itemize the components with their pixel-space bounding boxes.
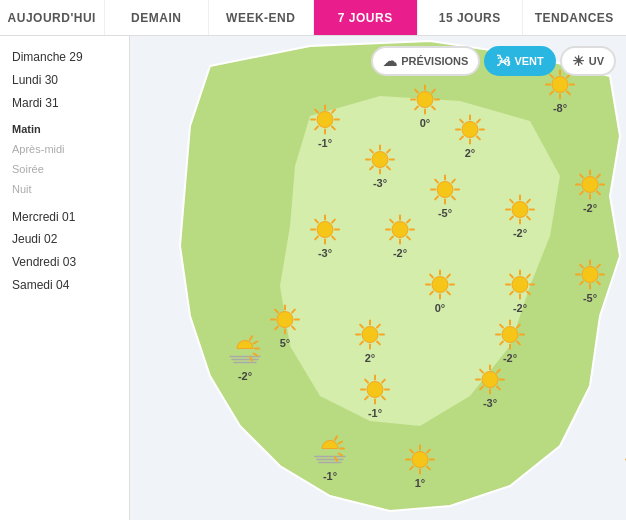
sun-icon: [504, 269, 536, 301]
day-item[interactable]: Vendredi 03: [12, 251, 117, 274]
temperature-label: -2°: [513, 302, 527, 314]
nav-item-aujourd-hui[interactable]: AUJOURD'HUI: [0, 0, 105, 35]
nav-item-week-end[interactable]: WEEK-END: [209, 0, 314, 35]
sun-icon: [474, 364, 506, 396]
weather-marker: -1°: [309, 104, 341, 149]
svg-line-21: [550, 92, 553, 95]
svg-point-195: [412, 452, 428, 468]
sun-icon: [494, 319, 526, 351]
svg-line-52: [477, 120, 480, 123]
sun-icon: [384, 214, 416, 246]
weather-marker: -3°: [474, 364, 506, 409]
svg-point-17: [417, 92, 433, 108]
svg-point-44: [372, 152, 388, 168]
weather-marker: -2°: [574, 169, 606, 214]
sub-item[interactable]: Après-midi: [12, 140, 117, 160]
nav-item-tendances[interactable]: TENDANCES: [523, 0, 627, 35]
day-item[interactable]: Jeudi 02: [12, 228, 117, 251]
svg-line-93: [580, 192, 583, 195]
day-item[interactable]: Samedi 04: [12, 274, 117, 297]
svg-line-95: [580, 175, 583, 178]
svg-line-183: [339, 442, 342, 444]
svg-line-106: [292, 310, 295, 313]
sub-item[interactable]: Soirée: [12, 160, 117, 180]
svg-line-41: [370, 150, 373, 153]
top-navigation: AUJOURD'HUIDEMAINWEEK-END7 JOURS15 JOURS…: [0, 0, 626, 36]
day-item[interactable]: Mardi 31: [12, 92, 117, 115]
partial-sun-icon: [226, 331, 264, 369]
svg-line-88: [527, 200, 530, 203]
sun-icon: [409, 84, 441, 116]
svg-line-12: [415, 107, 418, 110]
svg-line-39: [370, 167, 373, 170]
svg-point-98: [582, 177, 598, 193]
weather-marker: -2°: [384, 214, 416, 259]
svg-line-59: [435, 180, 438, 183]
vent-button[interactable]: 🌬 VENT: [484, 46, 555, 76]
svg-line-168: [382, 380, 385, 383]
svg-line-194: [427, 450, 430, 453]
weather-marker: -2°: [226, 331, 264, 382]
svg-point-125: [512, 277, 528, 293]
svg-line-111: [430, 292, 433, 295]
svg-line-19: [567, 92, 570, 95]
svg-line-97: [597, 175, 600, 178]
svg-line-138: [360, 342, 363, 345]
weather-marker: -2°: [504, 269, 536, 314]
temperature-label: 5°: [280, 337, 291, 349]
svg-line-175: [480, 370, 483, 373]
weather-marker: -5°: [429, 174, 461, 219]
svg-line-171: [497, 387, 500, 390]
svg-line-109: [447, 292, 450, 295]
weather-marker: -2°: [494, 319, 526, 364]
svg-point-152: [502, 327, 518, 343]
uv-button[interactable]: ☀ UV: [560, 46, 616, 76]
svg-line-166: [365, 380, 368, 383]
svg-line-164: [365, 397, 368, 400]
sun-icon: [359, 374, 391, 406]
svg-line-57: [435, 197, 438, 200]
svg-line-84: [510, 217, 513, 220]
svg-line-120: [510, 292, 513, 295]
day-item[interactable]: Dimanche 29: [12, 46, 117, 69]
day-item[interactable]: Mercredi 01: [12, 206, 117, 229]
map-area: ☁ PRÉVISIONS🌬 VENT☀ UV -1°0°-8°-7°-3°2°-…: [130, 36, 626, 520]
svg-line-68: [315, 220, 318, 223]
sun-icon: [309, 104, 341, 136]
sun-icon: [354, 319, 386, 351]
temperature-label: 2°: [465, 147, 476, 159]
svg-line-70: [332, 220, 335, 223]
sub-item[interactable]: Nuit: [12, 180, 117, 200]
svg-line-142: [377, 325, 380, 328]
sun-icon: [574, 169, 606, 201]
svg-line-5: [315, 110, 318, 113]
sub-item[interactable]: Matin: [12, 120, 117, 140]
svg-line-75: [390, 237, 393, 240]
day-item[interactable]: Lundi 30: [12, 69, 117, 92]
svg-line-124: [527, 275, 530, 278]
svg-point-53: [462, 122, 478, 138]
sun-icon: [504, 194, 536, 226]
svg-line-177: [497, 370, 500, 373]
sun-icon: [309, 214, 341, 246]
nav-item-7-jours[interactable]: 7 JOURS: [314, 0, 419, 35]
previsions-button[interactable]: ☁ PRÉVISIONS: [371, 46, 480, 76]
main-content: Dimanche 29Lundi 30Mardi 31MatinAprès-mi…: [0, 36, 626, 520]
svg-line-136: [377, 342, 380, 345]
weather-marker: 0°: [424, 269, 456, 314]
svg-point-71: [317, 222, 333, 238]
temperature-label: -5°: [583, 292, 597, 304]
svg-line-104: [275, 310, 278, 313]
temperature-label: -3°: [318, 247, 332, 259]
svg-point-80: [392, 222, 408, 238]
svg-line-46: [477, 137, 480, 140]
temperature-label: 0°: [420, 117, 431, 129]
temperature-label: -3°: [483, 397, 497, 409]
svg-line-162: [382, 397, 385, 400]
svg-line-64: [332, 237, 335, 240]
nav-item-15-jours[interactable]: 15 JOURS: [418, 0, 523, 35]
svg-line-113: [430, 275, 433, 278]
svg-line-82: [527, 217, 530, 220]
weather-marker: 2°: [454, 114, 486, 159]
nav-item-demain[interactable]: DEMAIN: [105, 0, 210, 35]
